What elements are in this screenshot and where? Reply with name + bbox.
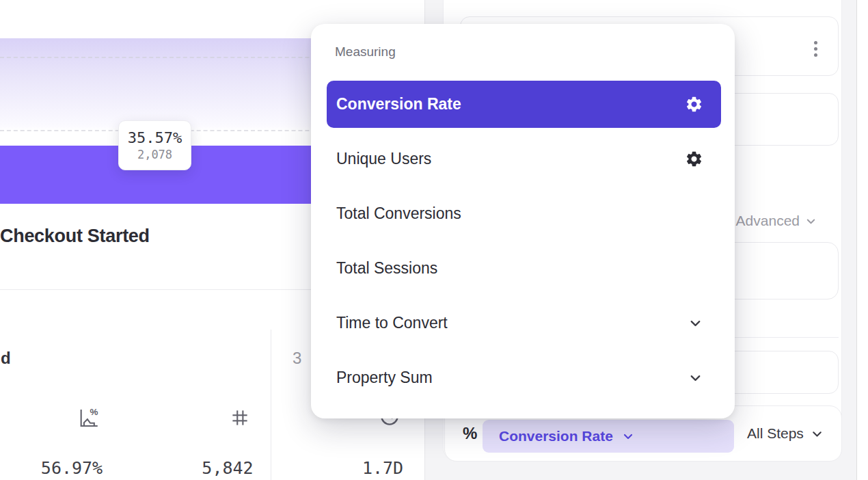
step1-count-value: 5,842: [173, 458, 282, 478]
menu-item-total-sessions[interactable]: Total Sessions: [327, 241, 721, 295]
svg-text:%: %: [90, 407, 98, 417]
menu-item-label: Time to Convert: [336, 314, 448, 332]
menu-item-label: Property Sum: [336, 369, 433, 387]
scrollbar-track[interactable]: [857, 0, 868, 480]
all-steps-label: All Steps: [747, 425, 804, 442]
gear-icon[interactable]: [685, 150, 703, 168]
chevron-down-icon: [621, 429, 635, 443]
menu-item-total-conversions[interactable]: Total Conversions: [327, 186, 721, 241]
tooltip-conversion-rate: 35.57%: [128, 129, 182, 146]
measuring-dropdown-title: Measuring: [335, 44, 396, 59]
metric-pill-label: Conversion Rate: [499, 428, 613, 444]
all-steps-selector[interactable]: All Steps: [747, 406, 824, 461]
chevron-down-icon: [688, 315, 703, 331]
table-column-divider: [271, 330, 271, 480]
funnel-step-label: Checkout Started: [0, 226, 150, 247]
gear-icon[interactable]: [685, 95, 703, 114]
chevron-down-icon: [804, 215, 817, 228]
step1-conversion-rate-value: 56.97%: [17, 458, 126, 478]
menu-item-property-sum[interactable]: Property Sum: [327, 350, 721, 405]
step2-time-to-convert-value: 1.7D: [328, 458, 437, 478]
menu-item-label: Total Conversions: [336, 204, 461, 223]
kebab-menu-icon[interactable]: [807, 36, 824, 61]
table-step2-number: 3: [293, 349, 301, 368]
table-step1-label-fragment: d: [1, 349, 11, 368]
chevron-down-icon: [810, 427, 824, 441]
menu-item-label: Unique Users: [336, 150, 431, 168]
metric-pill-button[interactable]: Conversion Rate: [483, 420, 734, 453]
advanced-label: Advanced: [736, 213, 800, 229]
menu-item-time-to-convert[interactable]: Time to Convert: [327, 295, 721, 350]
funnel-percent-icon: %: [77, 406, 100, 429]
measuring-dropdown: Measuring Conversion Rate Unique Users T…: [311, 24, 735, 418]
chart-tooltip: 35.57% 2,078: [118, 120, 191, 170]
menu-item-conversion-rate[interactable]: Conversion Rate: [327, 81, 721, 128]
tooltip-count: 2,078: [137, 148, 172, 161]
menu-item-unique-users[interactable]: Unique Users: [327, 131, 721, 186]
advanced-toggle[interactable]: Advanced: [736, 213, 817, 229]
menu-item-label: Conversion Rate: [336, 95, 461, 114]
chevron-down-icon: [688, 370, 703, 386]
menu-item-label: Total Sessions: [336, 259, 437, 278]
hash-icon: [230, 408, 250, 428]
